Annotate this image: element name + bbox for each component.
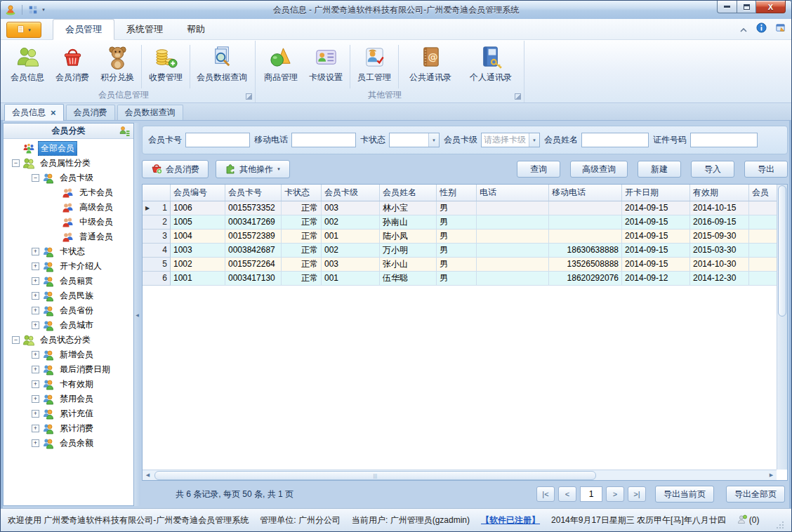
table-row[interactable]: 610010003417130正常001伍华聪男186202920762014-… — [143, 272, 777, 286]
sidebar-splitter[interactable]: ◀ — [134, 123, 140, 506]
expand-node-icon[interactable]: + — [32, 395, 39, 403]
collapse-node-icon[interactable]: − — [12, 159, 20, 167]
export-button[interactable]: 导出 — [744, 161, 788, 178]
first-page-button[interactable]: |< — [536, 486, 555, 502]
expand-node-icon[interactable]: + — [32, 262, 39, 270]
column-header[interactable]: 会员卡号 — [225, 185, 282, 201]
hscroll-track[interactable] — [153, 471, 766, 480]
ribbon-button-goods[interactable]: 商品管理 — [258, 42, 303, 91]
table-row[interactable]: 510020015572264正常003张小山男135265088882014-… — [143, 258, 777, 272]
table-row[interactable]: 410030003842687正常002万小明男186306388882014-… — [143, 244, 777, 258]
column-header[interactable]: 会员 — [749, 185, 777, 201]
tree-item[interactable]: +累计消费 — [4, 421, 133, 436]
member-consume-button[interactable]: 会员消费 — [142, 160, 209, 178]
menu-tab-help[interactable]: 帮助 — [175, 19, 217, 39]
tree-item[interactable]: −会员卡级 — [4, 171, 133, 185]
collapse-sidebar-icon[interactable]: ◀ — [136, 312, 139, 317]
tree-item[interactable]: −会员状态分类 — [4, 333, 133, 347]
collapse-node-icon[interactable]: − — [32, 174, 39, 182]
close-button[interactable]: X — [756, 1, 786, 13]
expand-node-icon[interactable]: + — [32, 248, 39, 255]
tab-close-icon[interactable]: × — [51, 109, 56, 117]
tree-item[interactable]: +会员民族 — [4, 288, 133, 303]
ribbon-button-coins[interactable]: 收费管理 — [143, 42, 188, 91]
id-number-input[interactable] — [690, 133, 758, 147]
horizontal-scrollbar[interactable]: ◀ ▶ — [143, 470, 777, 480]
minimize-button[interactable] — [717, 1, 737, 13]
card-level-select[interactable]: 请选择卡级 ▼ — [481, 133, 540, 147]
column-header[interactable]: 会员姓名 — [380, 185, 437, 201]
software-registered-link[interactable]: 【软件已注册】 — [481, 514, 540, 526]
advanced-query-button[interactable]: 高级查询 — [570, 161, 628, 178]
last-page-button[interactable]: >| — [628, 486, 646, 502]
card-status-select[interactable]: ▼ — [389, 133, 440, 147]
tree-item[interactable]: +会员省份 — [4, 303, 133, 318]
table-row[interactable]: 210050003417269正常002孙南山男2014-09-152016-0… — [143, 215, 777, 230]
column-header[interactable]: 移动电话 — [549, 185, 622, 201]
expand-node-icon[interactable]: + — [32, 351, 39, 359]
next-page-button[interactable]: > — [606, 486, 624, 502]
column-header[interactable]: 卡状态 — [282, 185, 322, 201]
tree-item[interactable]: +最后消费日期 — [4, 362, 133, 377]
ribbon-button-teddy[interactable]: 积分兑换 — [95, 42, 140, 91]
info-icon[interactable] — [756, 22, 767, 36]
menu-tab-member-management[interactable]: 会员管理 — [53, 19, 114, 40]
prev-page-button[interactable]: < — [558, 486, 576, 502]
category-config-icon[interactable] — [119, 126, 130, 139]
ribbon-button-public-contacts[interactable]: @公共通讯录 — [400, 42, 461, 91]
mobile-input[interactable] — [291, 133, 356, 147]
resize-grip-icon[interactable] — [776, 521, 784, 531]
column-header[interactable]: 开卡日期 — [622, 185, 690, 201]
column-header[interactable]: 有效期 — [690, 185, 749, 201]
table-row[interactable]: ▶110060015573352正常003林小宝男2014-09-152014-… — [143, 201, 777, 215]
expand-node-icon[interactable]: + — [32, 439, 39, 447]
expand-node-icon[interactable]: + — [32, 425, 39, 432]
column-header[interactable]: 会员编号 — [171, 185, 225, 201]
tree-item[interactable]: 普通会员 — [4, 230, 133, 244]
tree-item[interactable]: 全部会员 — [4, 141, 133, 156]
expand-node-icon[interactable]: + — [32, 321, 39, 329]
scroll-left-icon[interactable]: ◀ — [143, 472, 153, 478]
expand-node-icon[interactable]: + — [32, 277, 39, 285]
expand-node-icon[interactable]: + — [32, 307, 39, 314]
doc-tab-member-info[interactable]: 会员信息 × — [4, 104, 64, 121]
menu-tab-system-management[interactable]: 系统管理 — [114, 19, 175, 39]
column-header[interactable]: 会员卡级 — [322, 185, 380, 201]
tree-item[interactable]: +新增会员 — [4, 347, 133, 362]
expand-node-icon[interactable]: + — [32, 366, 39, 373]
export-all-pages-button[interactable]: 导出全部页 — [726, 486, 785, 503]
layout-icon[interactable] — [28, 5, 38, 15]
table-row[interactable]: 310040015572389正常001陆小凤男2014-09-152015-0… — [143, 230, 777, 244]
ribbon-button-staff[interactable]: 员工管理 — [352, 42, 397, 91]
ribbon-button-basket[interactable]: 会员消费 — [50, 42, 95, 91]
card-number-input[interactable] — [185, 133, 250, 147]
new-button[interactable]: 新建 — [638, 161, 681, 178]
ribbon-button-personal-contacts[interactable]: 个人通讯录 — [461, 42, 521, 91]
app-menu-button[interactable]: ▼ — [6, 22, 41, 38]
export-current-page-button[interactable]: 导出当前页 — [655, 486, 714, 503]
ribbon-button-doc-search[interactable]: 会员数据查询 — [192, 42, 252, 91]
tree-item[interactable]: +会员籍贯 — [4, 274, 133, 288]
doc-tab-member-data-query[interactable]: 会员数据查询 — [117, 105, 183, 120]
tree-item[interactable]: +会员城市 — [4, 318, 133, 333]
other-operations-button[interactable]: 其他操作 ▼ — [216, 160, 290, 178]
tree-item[interactable]: 无卡会员 — [4, 185, 133, 200]
tree-item[interactable]: 中级会员 — [4, 215, 133, 230]
tree-item[interactable]: +会员余额 — [4, 436, 133, 451]
expand-node-icon[interactable]: + — [32, 410, 39, 418]
ribbon-button-members[interactable]: 会员信息 — [5, 42, 50, 91]
dialog-launcher-icon[interactable] — [246, 93, 252, 100]
vertical-scrollbar[interactable] — [777, 185, 787, 470]
tree-item[interactable]: +开卡介绍人 — [4, 259, 133, 274]
scroll-right-icon[interactable]: ▶ — [766, 472, 777, 478]
tree-item[interactable]: +卡有效期 — [4, 377, 133, 392]
tree-item[interactable]: −会员属性分类 — [4, 156, 133, 171]
chevron-down-icon[interactable]: ▼ — [428, 133, 439, 147]
restore-button[interactable] — [737, 1, 756, 13]
column-header[interactable]: 性别 — [437, 185, 477, 201]
tree-item[interactable]: +卡状态 — [4, 244, 133, 259]
expand-node-icon[interactable]: + — [32, 292, 39, 300]
dialog-launcher-icon[interactable] — [515, 93, 521, 100]
expand-node-icon[interactable]: + — [32, 380, 39, 388]
query-button[interactable]: 查询 — [517, 161, 560, 178]
